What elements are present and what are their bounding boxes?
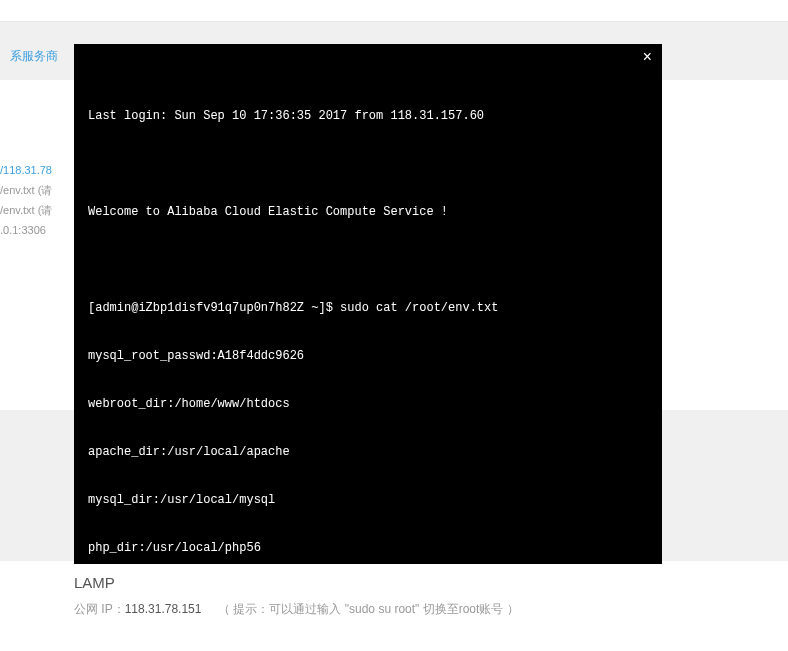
terminal-line: webroot_dir:/home/www/htdocs: [88, 396, 648, 412]
nav-bar: 系服务商: [0, 40, 68, 73]
terminal-blank: [88, 252, 648, 268]
terminal-line: [admin@iZbp1disfv91q7up0n7h82Z ~]$ sudo …: [88, 300, 648, 316]
terminal-line: mysql_dir:/usr/local/mysql: [88, 492, 648, 508]
provider-link[interactable]: 系服务商: [10, 49, 58, 63]
terminal-blank: [88, 156, 648, 172]
top-bar: [0, 0, 788, 22]
terminal-line: Welcome to Alibaba Cloud Elastic Compute…: [88, 204, 648, 220]
sidebar-line: /env.txt (请: [0, 200, 80, 220]
sidebar-line: /env.txt (请: [0, 180, 80, 200]
terminal-line: mysql_root_passwd:A18f4ddc9626: [88, 348, 648, 364]
page-background: 系服务商 /118.31.78 /env.txt (请 /env.txt (请 …: [0, 0, 788, 651]
close-icon[interactable]: ×: [642, 50, 652, 66]
terminal-window[interactable]: × Last login: Sun Sep 10 17:36:35 2017 f…: [74, 44, 662, 564]
sidebar-line: .0.1:3306: [0, 220, 80, 240]
terminal-line: Last login: Sun Sep 10 17:36:35 2017 fro…: [88, 108, 648, 124]
terminal-line: apache_dir:/usr/local/apache: [88, 444, 648, 460]
terminal-line: [root@iZbp1disfv91q7up0n7h82Z admin]# cd…: [88, 636, 648, 651]
terminal-line: [admin@iZbp1disfv91q7up0n7h82Z ~]$ sudo …: [88, 588, 648, 604]
terminal-line: php_dir:/usr/local/php56: [88, 540, 648, 556]
sidebar-fragment: /118.31.78 /env.txt (请 /env.txt (请 .0.1:…: [0, 160, 80, 240]
sidebar-ip-fragment: /118.31.78: [0, 160, 80, 180]
